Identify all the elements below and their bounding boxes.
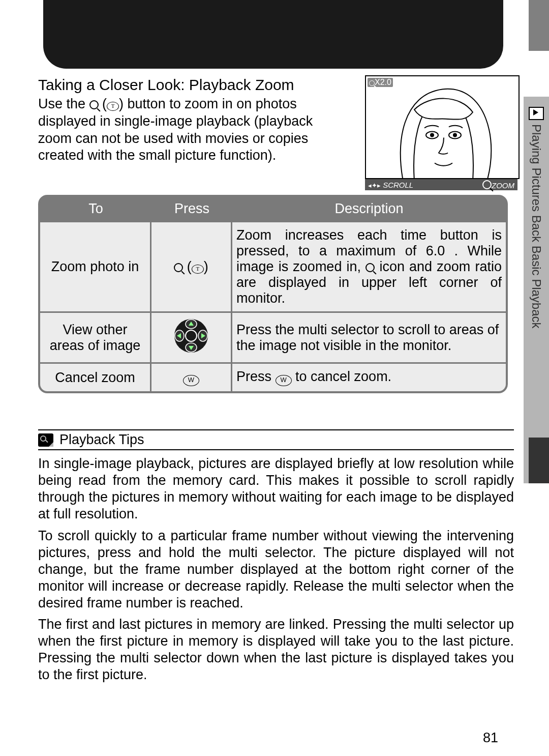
face-illustration: [384, 79, 501, 180]
cell-desc: Press the multi selector to scroll to ar…: [232, 311, 506, 362]
cell-press: (T): [151, 221, 232, 311]
t-button-icon: T: [192, 265, 204, 274]
zoom-label: ZOOM: [492, 181, 514, 190]
cell-to: Zoom photo in: [40, 221, 151, 311]
th-description: Description: [232, 197, 506, 221]
desc-text-a: Press: [236, 369, 276, 384]
magnifier-icon: [174, 263, 183, 272]
table-row: Zoom photo in (T) Zoom increases each ti…: [40, 221, 506, 311]
intro-paragraph: Use the (T) button to zoom in on photos …: [38, 96, 348, 164]
magnifier-icon: [89, 100, 99, 109]
tips-paragraph: In single-image playback, pictures are d…: [38, 455, 514, 522]
zoom-hint: ZOOM: [482, 180, 514, 190]
tips-paragraph: The first and last pictures in memory ar…: [38, 616, 514, 683]
tips-paragraph: To scroll quickly to a particular frame …: [38, 528, 514, 612]
t-button-icon: T: [107, 102, 119, 111]
arrows-icon: ◂✦▸: [368, 182, 381, 189]
th-to: To: [40, 197, 151, 221]
page-number: 81: [483, 730, 498, 746]
desc-text-b: to cancel zoom.: [292, 369, 392, 384]
playback-tips-section: Playback Tips In single-image playback, …: [38, 429, 514, 688]
multi-selector-icon: [173, 318, 209, 354]
svg-point-12: [431, 134, 434, 137]
cell-to: View other areas of image: [40, 311, 151, 362]
decor-stripe: [529, 0, 549, 51]
th-press: Press: [151, 197, 232, 221]
svg-point-13: [453, 134, 456, 137]
intro-text-a: Use the: [38, 96, 85, 111]
table-header-row: To Press Description: [40, 197, 506, 221]
magnifier-icon: [369, 80, 375, 86]
lcd-bottom-bar: ◂✦▸ SCROLL ZOOM: [365, 179, 517, 190]
cell-press: W: [151, 362, 232, 391]
tips-note-icon: [38, 433, 53, 447]
lcd-frame: X2.0: [365, 75, 520, 179]
tips-title: Playback Tips: [59, 432, 144, 448]
magnifier-icon: [365, 263, 375, 272]
tips-header: Playback Tips: [38, 429, 514, 450]
playback-mode-icon: [529, 107, 544, 120]
side-tab: Playing Pictures Back Basic Playback: [524, 97, 549, 483]
cell-desc: Zoom increases each time button is press…: [232, 221, 506, 311]
w-button-icon: W: [276, 375, 292, 386]
scroll-label: SCROLL: [383, 181, 413, 189]
table-row: View other areas of image: [40, 311, 506, 362]
cell-desc: Press W to cancel zoom.: [232, 362, 506, 391]
zoom-controls-table: To Press Description Zoom photo in (T) Z…: [38, 195, 508, 393]
magnifier-icon: [482, 180, 492, 189]
side-tab-label: Playing Pictures Back Basic Playback: [529, 124, 543, 329]
cell-press: [151, 311, 232, 362]
side-tab-dark: [529, 438, 549, 483]
scroll-hint: ◂✦▸ SCROLL: [368, 181, 413, 189]
manual-page: Playing Pictures Back Basic Playback Tak…: [0, 0, 549, 756]
table-row: Cancel zoom W Press W to cancel zoom.: [40, 362, 506, 391]
header-black-block: [43, 0, 503, 69]
tips-body: In single-image playback, pictures are d…: [38, 455, 514, 683]
w-button-icon: W: [183, 375, 199, 386]
lcd-illustration: X2.0 ◂✦▸ SCROLL ZO: [365, 75, 517, 190]
cell-to: Cancel zoom: [40, 362, 151, 391]
